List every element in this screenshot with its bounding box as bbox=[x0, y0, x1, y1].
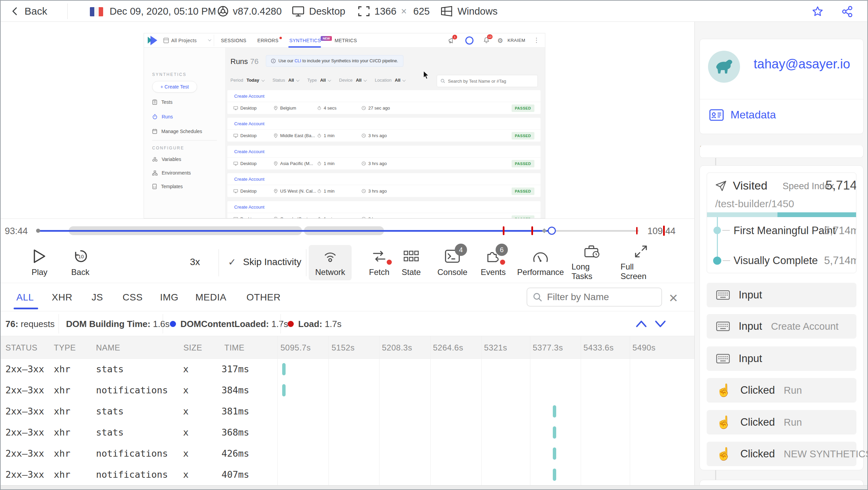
event-item-clicked[interactable]: ☝ Clicked Run bbox=[707, 378, 856, 403]
metric-timeline-line bbox=[717, 217, 718, 261]
col-t4: 5321s bbox=[484, 343, 507, 353]
col-t3: 5264.6s bbox=[433, 343, 463, 353]
visited-event-card[interactable]: Visited Speed Index 5,714 /test-builder/… bbox=[707, 173, 856, 273]
run-group[interactable]: Create Account Desktop Belgium 4 secs 27… bbox=[227, 90, 541, 114]
user-menu[interactable]: KRAIEM bbox=[508, 38, 525, 43]
project-selector[interactable]: All Projects bbox=[171, 38, 197, 43]
tab-synthetics[interactable]: SYNTHETICS bbox=[289, 38, 321, 43]
run-group[interactable]: Create Account Desktop US West (N. Cal..… bbox=[227, 173, 541, 197]
test-search-input[interactable] bbox=[448, 79, 533, 84]
create-test-button[interactable]: + Create Test bbox=[152, 81, 197, 93]
event-item-input[interactable]: Input bbox=[707, 346, 856, 371]
performance-panel-button[interactable]: Performance bbox=[520, 245, 561, 280]
event-marker-red bbox=[663, 226, 665, 236]
filter-period[interactable]: Period Today bbox=[230, 78, 264, 83]
run-test-name[interactable]: Create Account bbox=[227, 173, 541, 185]
device-type: Desktop bbox=[309, 6, 345, 17]
run-detail-row: Desktop Canada (Centra... 1 min 3 hrs ag… bbox=[227, 213, 541, 218]
tab-other[interactable]: OTHER bbox=[246, 292, 281, 303]
back-button[interactable]: Back bbox=[25, 5, 47, 17]
sidebar-item-environments[interactable]: Environments bbox=[152, 170, 191, 176]
request-size: x bbox=[164, 469, 189, 480]
play-button[interactable]: Play bbox=[19, 245, 60, 280]
filter-by-name-input[interactable] bbox=[547, 292, 656, 303]
vc-value: 5,714ms bbox=[824, 255, 856, 267]
full-screen-button[interactable]: Full Screen bbox=[621, 245, 661, 280]
back-10s-button[interactable]: 10 Back bbox=[60, 245, 101, 280]
gear-icon[interactable]: ⚙ bbox=[497, 37, 503, 45]
filter-status[interactable]: Status All bbox=[273, 78, 299, 83]
event-item-input[interactable]: Input Create Account bbox=[707, 314, 856, 339]
event-item-clicked[interactable]: ☝ Clicked NEW SYNTHETICS bbox=[707, 442, 856, 466]
favorite-star-icon[interactable] bbox=[811, 5, 824, 18]
run-group[interactable]: Create Account Desktop Middle East (Ba..… bbox=[227, 118, 541, 142]
tab-metrics[interactable]: METRICS bbox=[335, 38, 357, 43]
monitor-icon bbox=[234, 106, 238, 110]
network-icon bbox=[322, 248, 338, 264]
sidebar-item-label: Templates bbox=[161, 184, 183, 189]
fmp-value: 5,714ms bbox=[824, 225, 856, 237]
kebab-menu-icon[interactable]: ⋮ bbox=[533, 36, 540, 44]
event-marker-red bbox=[503, 226, 504, 235]
tab-media[interactable]: MEDIA bbox=[195, 292, 226, 303]
filter-location[interactable]: Location All bbox=[375, 78, 405, 83]
sidebar-item-runs[interactable]: Runs bbox=[152, 114, 173, 119]
project-caret-icon bbox=[208, 38, 211, 41]
playhead[interactable] bbox=[548, 227, 556, 235]
close-panel-icon[interactable]: ✕ bbox=[669, 291, 678, 305]
console-panel-button[interactable]: 4 Console bbox=[432, 245, 473, 280]
run-group[interactable]: Create Account Desktop Asia Pacific (M..… bbox=[227, 146, 541, 169]
network-request-row[interactable]: 2xx–3xx xhr stats x 381ms bbox=[1, 401, 694, 422]
filter-device[interactable]: Device All bbox=[339, 78, 366, 83]
back-chevron-icon[interactable] bbox=[10, 6, 20, 16]
run-test-name[interactable]: Create Account bbox=[227, 118, 541, 129]
run-status-badge: PASSED bbox=[512, 132, 534, 140]
tab-xhr[interactable]: XHR bbox=[52, 292, 73, 303]
run-test-name[interactable]: Create Account bbox=[227, 90, 541, 102]
run-duration: 4 secs bbox=[317, 105, 361, 111]
jump-down-icon[interactable] bbox=[654, 318, 667, 329]
timeline-track[interactable] bbox=[38, 226, 639, 235]
network-panel-button[interactable]: Network bbox=[309, 245, 352, 280]
skip-inactivity-toggle[interactable]: Skip Inactivity bbox=[243, 257, 301, 267]
sidebar-item-variables[interactable]: Variables bbox=[152, 157, 181, 162]
user-email-link[interactable]: tahay@asayer.io bbox=[754, 57, 850, 71]
event-marker-red bbox=[531, 226, 533, 235]
player-timeline: 93:44 109:44 bbox=[1, 218, 694, 242]
network-request-row[interactable]: 2xx–3xx xhr notifications x 384ms bbox=[1, 380, 694, 401]
tab-css[interactable]: CSS bbox=[123, 292, 143, 303]
session-replay-screen: Back Dec 09, 2020, 05:10 PM v87.0.4280 D… bbox=[0, 0, 868, 490]
run-ago: 27 sec ago bbox=[361, 105, 390, 111]
track-progress bbox=[38, 230, 552, 232]
events-panel-button[interactable]: 6 Events bbox=[473, 245, 514, 280]
event-item-clicked[interactable]: ☝ Clicked Run bbox=[707, 410, 856, 435]
run-test-name[interactable]: Create Account bbox=[227, 146, 541, 157]
speed-button[interactable]: 3x bbox=[190, 257, 200, 267]
tab-errors[interactable]: ERRORS bbox=[257, 38, 278, 43]
sidebar-item-tests[interactable]: Tests bbox=[152, 99, 173, 105]
filter-type[interactable]: Type All bbox=[307, 78, 330, 83]
network-request-row[interactable]: 2xx–3xx xhr notifications x 407ms bbox=[1, 464, 694, 485]
long-tasks-panel-button[interactable]: Long Tasks bbox=[572, 245, 612, 280]
tab-img[interactable]: IMG bbox=[160, 292, 178, 303]
sidebar-item-templates[interactable]: Templates bbox=[152, 184, 183, 189]
jump-up-icon[interactable] bbox=[634, 318, 648, 329]
run-group[interactable]: Create Account Desktop Canada (Centra...… bbox=[227, 201, 541, 218]
horizontal-scrollbar[interactable] bbox=[1, 485, 868, 490]
network-request-row[interactable]: 2xx–3xx xhr notifications x 426ms bbox=[1, 443, 694, 464]
state-panel-button[interactable]: State bbox=[391, 245, 432, 280]
tab-js[interactable]: JS bbox=[92, 292, 103, 303]
test-search-box bbox=[437, 75, 538, 87]
event-item-input[interactable]: Input bbox=[707, 283, 856, 307]
console-icon: 4 bbox=[445, 248, 460, 264]
cli-link[interactable]: CLI bbox=[294, 59, 301, 63]
share-icon[interactable] bbox=[841, 5, 854, 18]
network-request-row[interactable]: 2xx–3xx xhr stats x 317ms bbox=[1, 359, 694, 380]
tab-all[interactable]: ALL bbox=[16, 292, 34, 303]
tab-sessions[interactable]: SESSIONS bbox=[221, 38, 246, 43]
dcl-dot bbox=[170, 321, 176, 327]
network-request-row[interactable]: 2xx–3xx xhr stats x 368ms bbox=[1, 422, 694, 443]
run-test-name[interactable]: Create Account bbox=[227, 201, 541, 213]
metadata-button[interactable]: Metadata bbox=[709, 109, 776, 121]
sidebar-item-manage-schedules[interactable]: Manage Schedules bbox=[152, 129, 202, 134]
